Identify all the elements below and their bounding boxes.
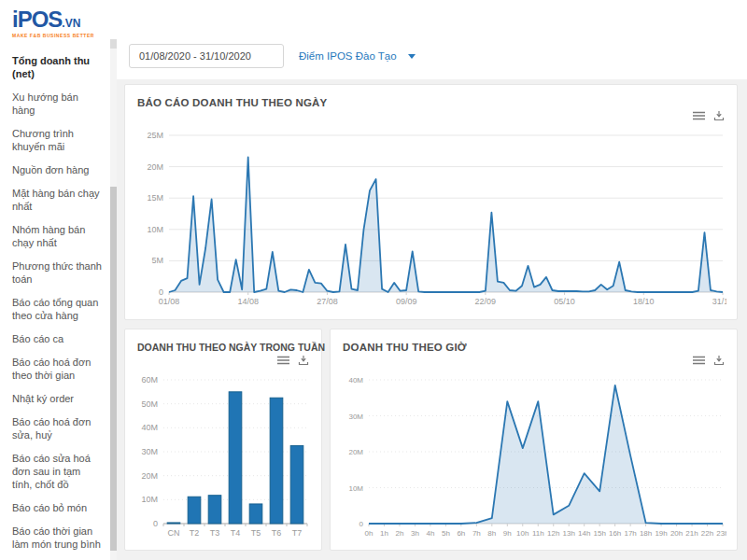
revenue-by-hour-card: DOANH THU THEO GIỜ 010M20M30M40M0h1h2h3h…: [330, 329, 738, 551]
revenue-by-day-title: BÁO CÁO DOANH THU THEO NGÀY: [125, 85, 737, 108]
sidebar-item[interactable]: Nguồn đơn hàng: [12, 163, 102, 176]
svg-text:18h: 18h: [640, 529, 652, 538]
svg-text:05/10: 05/10: [554, 297, 575, 306]
svg-text:30M: 30M: [141, 447, 158, 456]
svg-text:CN: CN: [168, 528, 180, 538]
brand-logo-text: iPOS.VN: [12, 8, 117, 31]
store-selector-label: Điểm IPOS Đào Tạo: [299, 50, 397, 62]
brand-logo: iPOS.VN MAKE F&B BUSINESS BETTER: [0, 0, 117, 38]
svg-text:9h: 9h: [503, 529, 512, 538]
brand-tagline: MAKE F&B BUSINESS BETTER: [12, 33, 117, 38]
svg-text:30M: 30M: [348, 413, 363, 421]
menu-icon[interactable]: [693, 356, 705, 365]
store-selector-dropdown[interactable]: Điểm IPOS Đào Tạo: [299, 50, 416, 62]
svg-text:15h: 15h: [593, 529, 605, 538]
sidebar-item[interactable]: Báo cáo bỏ món: [12, 501, 102, 514]
svg-text:20M: 20M: [147, 162, 163, 172]
sidebar-nav: Tổng doanh thu (net)Xu hướng bán hàngChư…: [0, 54, 117, 560]
svg-text:14h: 14h: [578, 529, 590, 538]
revenue-by-weekday-chart: 010M20M30M40M50M60MCNT2T3T4T5T6T7: [137, 371, 311, 544]
export-icon[interactable]: [713, 110, 725, 121]
sidebar-item[interactable]: Báo cáo ca: [12, 332, 102, 345]
svg-text:15M: 15M: [147, 193, 163, 203]
svg-text:20M: 20M: [141, 471, 158, 481]
svg-text:31/10: 31/10: [712, 297, 726, 306]
svg-text:8h: 8h: [487, 529, 496, 538]
revenue-by-hour-title: DOANH THU THEO GIỜ: [331, 329, 737, 353]
dashboard-content: BÁO CÁO DOANH THU THEO NGÀY 05M10M15M20M…: [117, 79, 747, 560]
sidebar-item[interactable]: Phương thức thanh toán: [12, 259, 102, 286]
svg-text:20M: 20M: [348, 448, 363, 456]
revenue-by-day-chart: 05M10M15M20M25M01/0814/0827/0809/0922/09…: [137, 126, 726, 313]
scrollbar-up-button[interactable]: [110, 39, 117, 49]
top-bar: Điểm IPOS Đào Tạo: [117, 0, 747, 79]
date-range-input[interactable]: [129, 44, 284, 68]
svg-text:T6: T6: [272, 528, 282, 538]
svg-text:11h: 11h: [532, 529, 544, 538]
sidebar-item[interactable]: Báo cáo tổng quan theo cửa hàng: [12, 296, 102, 322]
svg-text:1h: 1h: [380, 529, 388, 538]
export-icon[interactable]: [713, 355, 725, 366]
svg-text:09/09: 09/09: [396, 297, 417, 306]
svg-text:2h: 2h: [396, 529, 404, 538]
sidebar-item[interactable]: Báo cáo hoá đơn sửa, huỷ: [12, 415, 102, 441]
revenue-by-weekday-title: DOANH THU THEO NGÀY TRONG TUẦN: [125, 329, 321, 353]
svg-text:4h: 4h: [426, 529, 434, 538]
svg-text:50M: 50M: [141, 399, 158, 409]
sidebar-item[interactable]: Báo cáo sửa hoá đơn sau in tạm tính, chố…: [12, 452, 102, 491]
revenue-by-weekday-card: DOANH THU THEO NGÀY TRONG TUẦN 010M20M30…: [124, 329, 322, 551]
sidebar-item[interactable]: Nhật ký order: [12, 392, 102, 405]
svg-text:T2: T2: [190, 528, 200, 538]
sidebar: iPOS.VN MAKE F&B BUSINESS BETTER Tổng do…: [0, 0, 117, 560]
svg-text:10M: 10M: [147, 225, 163, 234]
svg-text:5M: 5M: [151, 256, 163, 265]
sidebar-scrollbar[interactable]: [110, 39, 117, 560]
sidebar-item[interactable]: Báo cáo thời gian làm món trung bình: [12, 525, 102, 551]
svg-text:22h: 22h: [701, 529, 713, 538]
sidebar-item[interactable]: Xu hướng bán hàng: [12, 91, 102, 117]
svg-text:T5: T5: [251, 528, 261, 538]
revenue-by-hour-chart: 010M20M30M40M0h1h2h3h4h5h6h7h8h9h10h11h1…: [343, 371, 726, 544]
svg-text:0: 0: [159, 287, 163, 297]
svg-text:25M: 25M: [147, 131, 163, 140]
sidebar-item[interactable]: Chương trình khuyến mãi: [12, 127, 102, 153]
svg-text:T3: T3: [210, 528, 220, 538]
scrollbar-thumb[interactable]: [110, 187, 117, 551]
svg-text:40M: 40M: [141, 423, 158, 432]
revenue-by-day-card: BÁO CÁO DOANH THU THEO NGÀY 05M10M15M20M…: [124, 84, 738, 320]
chevron-down-icon: [408, 54, 416, 59]
menu-icon[interactable]: [277, 356, 289, 365]
svg-text:3h: 3h: [411, 529, 419, 538]
svg-text:0h: 0h: [365, 529, 374, 538]
svg-text:T4: T4: [231, 528, 241, 538]
svg-text:0: 0: [359, 520, 364, 528]
svg-text:16h: 16h: [609, 529, 621, 538]
svg-text:18/10: 18/10: [633, 297, 655, 306]
svg-text:22/09: 22/09: [475, 297, 497, 306]
export-icon[interactable]: [298, 355, 309, 366]
sidebar-item[interactable]: Báo cáo hoá đơn theo thời gian: [12, 356, 102, 382]
svg-text:10h: 10h: [516, 529, 529, 538]
svg-text:0: 0: [153, 519, 158, 528]
svg-text:01/08: 01/08: [159, 297, 180, 306]
svg-text:27/08: 27/08: [317, 297, 338, 306]
svg-text:T7: T7: [292, 528, 303, 538]
menu-icon[interactable]: [693, 111, 705, 120]
svg-text:13h: 13h: [563, 529, 575, 538]
svg-text:21h: 21h: [685, 529, 698, 538]
svg-text:6h: 6h: [457, 529, 465, 538]
sidebar-item[interactable]: Mặt hàng bán chạy nhất: [12, 187, 102, 213]
svg-text:10M: 10M: [141, 495, 158, 504]
svg-text:17h: 17h: [624, 529, 636, 538]
svg-text:23h: 23h: [716, 529, 726, 538]
svg-text:60M: 60M: [141, 375, 158, 385]
svg-text:5h: 5h: [442, 529, 450, 538]
svg-text:10M: 10M: [348, 484, 363, 493]
svg-text:20h: 20h: [670, 529, 683, 538]
sidebar-item[interactable]: Nhóm hàng bán chạy nhất: [12, 223, 102, 249]
svg-text:14/08: 14/08: [237, 297, 259, 306]
svg-text:12h: 12h: [547, 529, 559, 538]
sidebar-item[interactable]: Tổng doanh thu (net): [12, 54, 102, 80]
svg-text:40M: 40M: [348, 376, 363, 385]
svg-text:19h: 19h: [655, 529, 667, 538]
